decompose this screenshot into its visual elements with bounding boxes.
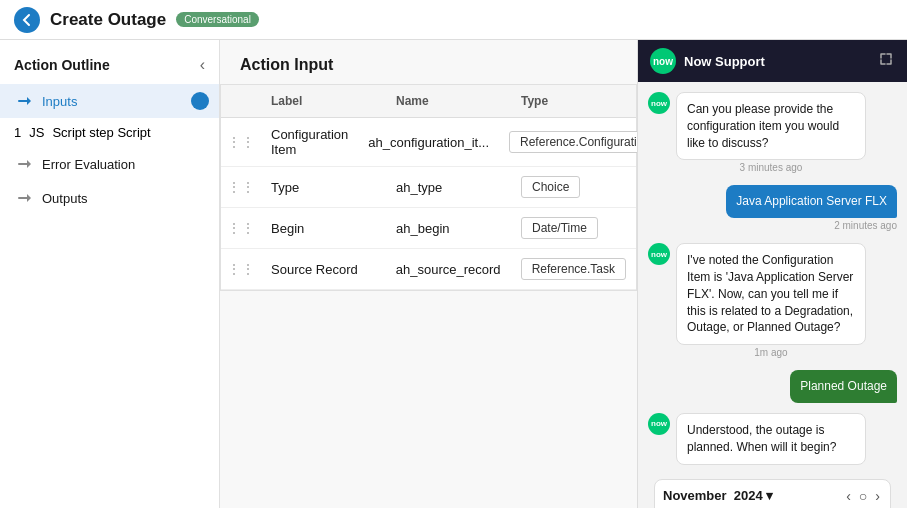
sidebar: Action Outline ‹ Inputs 1 JS Script step…: [0, 40, 220, 508]
script-step-name: Script step: [52, 125, 113, 140]
row4-type: Reference.Task: [511, 249, 636, 289]
table-row: ⋮⋮ Configuration Item ah_configuration_i…: [221, 118, 636, 167]
sidebar-item-inputs[interactable]: Inputs: [0, 84, 219, 118]
sidebar-title: Action Outline: [14, 57, 110, 73]
script-step-number: 1: [14, 125, 21, 140]
row1-label: Configuration Item: [261, 118, 358, 166]
table-header-row: Label Name Type: [221, 85, 636, 118]
svg-rect-4: [18, 197, 28, 199]
row3-label: Begin: [261, 212, 386, 245]
outputs-label: Outputs: [42, 191, 88, 206]
error-eval-label: Error Evaluation: [42, 157, 135, 172]
outputs-icon: [14, 188, 34, 208]
sidebar-item-error-evaluation[interactable]: Error Evaluation: [0, 147, 219, 181]
cal-today-button[interactable]: ○: [857, 488, 869, 504]
sidebar-header: Action Outline ‹: [0, 50, 219, 84]
chat-panel-title: Now Support: [684, 54, 869, 69]
col-label: Label: [261, 85, 386, 117]
row3-type: Date/Time: [511, 208, 636, 248]
chat-calendar[interactable]: November 2024 ▾ ‹ ○ › S M T W T F S: [654, 479, 891, 508]
row4-name: ah_source_record: [386, 253, 511, 286]
calendar-header: November 2024 ▾ ‹ ○ ›: [663, 488, 882, 504]
col-type: Type: [511, 85, 636, 117]
now-logo: now: [650, 48, 676, 74]
bot-avatar-2: now: [648, 243, 670, 265]
chat-message-user-1: Java Application Server FLX 2 minutes ag…: [648, 185, 897, 233]
content-header: Action Input: [220, 40, 637, 84]
svg-rect-0: [18, 100, 28, 102]
drag-handle[interactable]: ⋮⋮: [221, 211, 261, 245]
chat-expand-button[interactable]: [877, 50, 895, 72]
sidebar-item-script-step[interactable]: 1 JS Script step Script: [0, 118, 219, 147]
bot-avatar-3: now: [648, 413, 670, 435]
chat-header: now Now Support: [638, 40, 907, 82]
row4-label: Source Record: [261, 253, 386, 286]
inputs-icon: [14, 91, 34, 111]
chat-message-bot-2: now I've noted the Configuration Item is…: [648, 243, 897, 360]
user-time-1: 2 minutes ago: [726, 220, 897, 231]
cal-prev-button[interactable]: ‹: [844, 488, 853, 504]
bot-time-1: 3 minutes ago: [676, 162, 866, 173]
content-area: Action Input Label Name Type ⋮⋮ Configur…: [220, 40, 637, 508]
drag-handle[interactable]: ⋮⋮: [221, 170, 261, 204]
drag-handle[interactable]: ⋮⋮: [221, 125, 261, 159]
row1-type: Reference.Configuration Item: [499, 122, 637, 162]
chat-messages: now Can you please provide the configura…: [638, 82, 907, 508]
script-step-sub: Script: [117, 125, 150, 140]
chat-message-user-2: Planned Outage: [648, 370, 897, 403]
script-info: Script step Script: [52, 125, 150, 140]
user-bubble-2: Planned Outage: [790, 370, 897, 403]
inputs-label: Inputs: [42, 94, 77, 109]
inputs-badge: [191, 92, 209, 110]
row1-name: ah_configuration_it...: [358, 126, 499, 159]
row2-label: Type: [261, 171, 386, 204]
table-row: ⋮⋮ Type ah_type Choice: [221, 167, 636, 208]
user-bubble-1: Java Application Server FLX: [726, 185, 897, 218]
table-row: ⋮⋮ Begin ah_begin Date/Time: [221, 208, 636, 249]
content-title: Action Input: [240, 56, 333, 73]
svg-marker-1: [27, 97, 31, 105]
col-drag: [221, 85, 261, 117]
bot-avatar: now: [648, 92, 670, 114]
svg-marker-5: [27, 194, 31, 202]
sidebar-collapse-button[interactable]: ‹: [200, 56, 205, 74]
calendar-month-year: November 2024 ▾: [663, 488, 773, 503]
calendar-nav: ‹ ○ ›: [844, 488, 882, 504]
error-eval-icon: [14, 154, 34, 174]
svg-rect-2: [18, 163, 28, 165]
bot-bubble-1: Can you please provide the configuration…: [676, 92, 866, 160]
row3-name: ah_begin: [386, 212, 511, 245]
page-title: Create Outage: [50, 10, 166, 30]
table-row: ⋮⋮ Source Record ah_source_record Refere…: [221, 249, 636, 290]
chat-message-bot-3: now Understood, the outage is planned. W…: [648, 413, 897, 465]
action-input-table: Label Name Type ⋮⋮ Configuration Item ah…: [220, 84, 637, 291]
bot-bubble-3: Understood, the outage is planned. When …: [676, 413, 866, 465]
drag-handle[interactable]: ⋮⋮: [221, 252, 261, 286]
topbar: Create Outage Conversational: [0, 0, 907, 40]
row2-name: ah_type: [386, 171, 511, 204]
main-layout: Action Outline ‹ Inputs 1 JS Script step…: [0, 40, 907, 508]
script-icon: JS: [29, 125, 44, 140]
bot-bubble-2: I've noted the Configuration Item is 'Ja…: [676, 243, 866, 345]
sidebar-item-outputs[interactable]: Outputs: [0, 181, 219, 215]
conversational-badge: Conversational: [176, 12, 259, 27]
chat-message-bot-1: now Can you please provide the configura…: [648, 92, 897, 175]
row2-type: Choice: [511, 167, 636, 207]
cal-next-button[interactable]: ›: [873, 488, 882, 504]
col-name: Name: [386, 85, 511, 117]
bot-time-2: 1m ago: [676, 347, 866, 358]
back-button[interactable]: [14, 7, 40, 33]
chat-panel: now Now Support now Can you please provi…: [637, 40, 907, 508]
svg-marker-3: [27, 160, 31, 168]
